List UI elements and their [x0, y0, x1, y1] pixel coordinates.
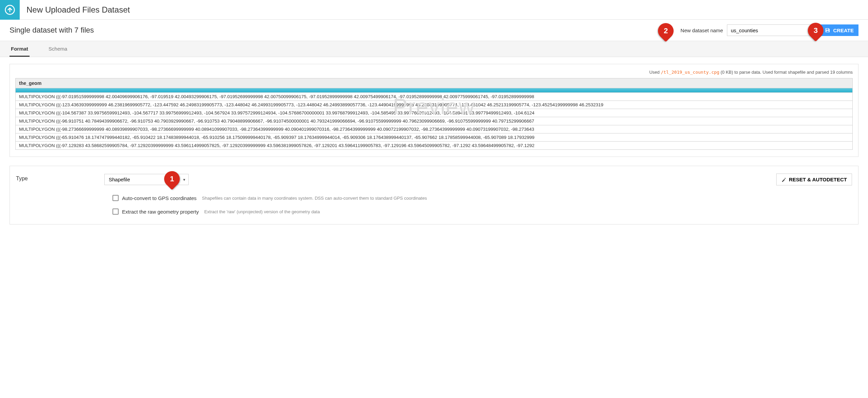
reset-button-label: RESET & AUTODETECT — [789, 177, 847, 182]
format-panel: Type Shapefile ▾ 1 RESET & A — [10, 166, 858, 224]
table-row: MULTIPOLYGON (((-65.910476 18.1747479994… — [16, 133, 853, 142]
option-row: Auto-convert to GPS coordinates Shapefil… — [112, 195, 852, 201]
upload-circle-icon — [4, 4, 15, 15]
callout-2: 2 — [655, 20, 677, 42]
subheader: Single dataset with 7 files 2 New datase… — [0, 20, 868, 41]
cell: MULTIPOLYGON (((-65.910476 18.1747479994… — [16, 133, 853, 142]
type-label: Type — [16, 174, 104, 182]
cell: MULTIPOLYGON (((-123.43639399999999 46.2… — [16, 101, 853, 109]
cell: MULTIPOLYGON (((-97.01951599999998 42.00… — [16, 93, 853, 101]
option-help: Shapefiles can contain data in many coor… — [202, 196, 427, 201]
column-header[interactable]: the_geom — [16, 78, 853, 88]
create-button-label: CREATE — [833, 28, 854, 33]
callout-1: 1 — [161, 168, 183, 190]
preview-panel: Used /tl_2019_us_county.cpg (0 KB) to pa… — [10, 64, 858, 157]
tab-schema[interactable]: Schema — [47, 41, 69, 57]
create-button[interactable]: CREATE — [820, 24, 858, 36]
content: Used /tl_2019_us_county.cpg (0 KB) to pa… — [0, 57, 868, 231]
cell: MULTIPOLYGON (((-96.910751 40.7849439990… — [16, 117, 853, 125]
table-row: MULTIPOLYGON (((-98.27366699999999 40.08… — [16, 125, 853, 133]
parse-prefix: Used — [649, 70, 661, 75]
option-label: Extract the raw geometry property — [122, 209, 199, 215]
parse-filepath[interactable]: /tl_2019_us_county.cpg — [661, 70, 719, 75]
option-help: Extract the 'raw' (unprojected) version … — [204, 209, 320, 214]
cell: MULTIPOLYGON (((-104.567387 33.997565999… — [16, 109, 853, 117]
app-logo[interactable] — [0, 0, 20, 20]
page-title: New Uploaded Files Dataset — [27, 5, 130, 15]
table-row: MULTIPOLYGON (((-123.43639399999999 46.2… — [16, 101, 853, 109]
preview-table: the_geom MULTIPOLYGON (((-97.01951599999… — [15, 78, 853, 150]
parse-suffix: (0 KB) to parse data. Used format shapef… — [719, 70, 853, 75]
column-filter-bar[interactable] — [16, 88, 852, 92]
name-create-group: 2 New dataset name 3 CREATE — [680, 24, 858, 36]
option-label: Auto-convert to GPS coordinates — [122, 195, 196, 201]
auto-convert-checkbox[interactable] — [112, 195, 119, 201]
reset-autodetect-button[interactable]: RESET & AUTODETECT — [776, 174, 852, 185]
table-row: MULTIPOLYGON (((-96.910751 40.7849439990… — [16, 117, 853, 125]
parse-info: Used /tl_2019_us_county.cpg (0 KB) to pa… — [15, 70, 853, 75]
table-row: MULTIPOLYGON (((-97.01951599999998 42.00… — [16, 93, 853, 101]
dataset-name-label: New dataset name — [680, 28, 723, 33]
table-row: MULTIPOLYGON (((-104.567387 33.997565999… — [16, 109, 853, 117]
table-row: MULTIPOLYGON (((-97.129283 43.5868259990… — [16, 142, 853, 150]
cell: MULTIPOLYGON (((-97.129283 43.5868259990… — [16, 142, 853, 150]
callout-3: 3 — [805, 19, 827, 41]
save-icon — [825, 28, 830, 33]
extract-raw-checkbox[interactable] — [112, 209, 119, 215]
cell: MULTIPOLYGON (((-98.27366699999999 40.08… — [16, 125, 853, 133]
dataset-name-input[interactable] — [727, 24, 812, 36]
tab-format[interactable]: Format — [10, 41, 30, 57]
topbar: New Uploaded Files Dataset — [0, 0, 868, 20]
wand-icon — [781, 177, 786, 182]
dataset-summary: Single dataset with 7 files — [10, 26, 94, 35]
tabs: Format Schema — [0, 41, 868, 57]
option-row: Extract the raw geometry property Extrac… — [112, 209, 852, 215]
